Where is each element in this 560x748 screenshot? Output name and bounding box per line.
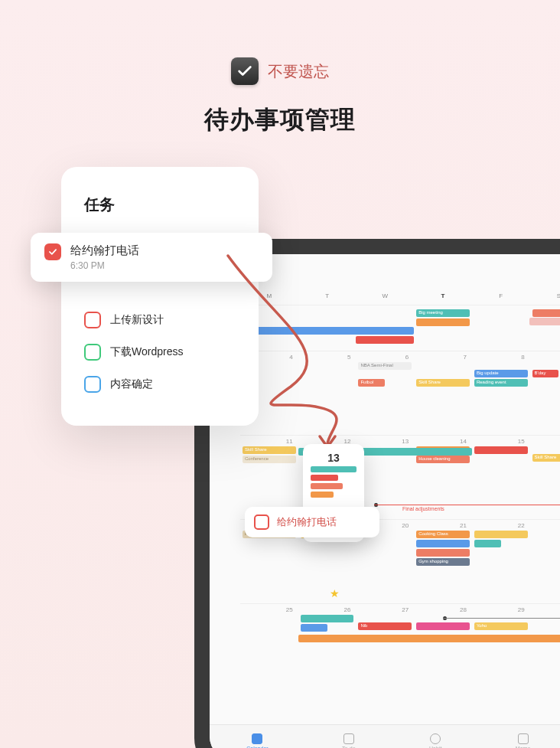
event-bar[interactable] xyxy=(474,446,528,454)
event-bar[interactable] xyxy=(301,615,354,622)
event-span[interactable] xyxy=(529,318,560,325)
todo-drop-bubble[interactable]: 给约翰打电话 xyxy=(245,507,379,537)
event-bar[interactable]: Skill Share xyxy=(243,446,296,454)
event-bar[interactable] xyxy=(532,309,560,317)
event-bar[interactable] xyxy=(474,540,501,547)
tab-habit[interactable]: Habit xyxy=(429,733,441,748)
event-bar[interactable]: Skill Share xyxy=(532,454,560,462)
star-icon: ★ xyxy=(330,587,340,599)
task-item[interactable]: 上传新设计 xyxy=(84,304,236,336)
page-title: 待办事项管理 xyxy=(0,103,560,137)
event-bar[interactable]: Nib xyxy=(358,622,412,630)
task-label: 给约翰打电话 xyxy=(70,243,259,258)
event-span[interactable] xyxy=(356,336,414,344)
event-bar[interactable]: Big meeting xyxy=(416,309,470,317)
event-bar[interactable] xyxy=(301,624,327,632)
event-bar[interactable] xyxy=(416,318,470,326)
event-span[interactable] xyxy=(240,327,414,335)
event-bar[interactable]: Yoho xyxy=(474,622,528,630)
checkbox-icon[interactable] xyxy=(84,344,101,361)
memo-icon xyxy=(518,733,529,744)
mini-event-bar xyxy=(311,466,357,472)
task-item[interactable]: 内容确定 xyxy=(84,368,236,400)
event-bar[interactable]: NBA Semi-Final xyxy=(358,362,412,370)
tab-todo[interactable]: To-do xyxy=(342,733,356,748)
todo-icon xyxy=(343,733,354,744)
header-subtitle: 不要遗忘 xyxy=(268,61,329,82)
tasks-section-title: 任务 xyxy=(61,194,259,227)
habit-icon xyxy=(430,733,441,744)
header: 不要遗忘 待办事项管理 xyxy=(0,0,560,137)
mini-event-bar xyxy=(311,492,334,498)
task-list: 上传新设计 下载Wordpress 内容确定 xyxy=(61,304,259,400)
mini-event-bar xyxy=(311,483,343,489)
event-bar[interactable]: Gym shopping xyxy=(416,558,470,566)
event-bar[interactable]: House cleaning xyxy=(416,456,470,463)
app-icon xyxy=(231,57,259,85)
event-bar[interactable]: Cooking Class xyxy=(416,531,470,538)
event-bar[interactable]: Futbol xyxy=(358,379,385,387)
task-label: 内容确定 xyxy=(110,377,153,391)
mini-event-bar xyxy=(311,475,338,481)
checkbox-checked-icon[interactable] xyxy=(44,243,61,260)
calendar-screen: M T W T F S S Big meeting xyxy=(210,254,560,748)
calendar-icon xyxy=(252,733,262,744)
event-bar[interactable]: Skill Share xyxy=(416,379,470,387)
event-bar[interactable] xyxy=(416,540,470,547)
day-card-date: 13 xyxy=(311,452,357,464)
checkbox-icon[interactable] xyxy=(84,376,101,393)
event-bar[interactable] xyxy=(416,622,470,630)
event-bar[interactable] xyxy=(416,549,470,557)
event-bar[interactable] xyxy=(474,531,528,538)
checkbox-icon[interactable] xyxy=(254,514,269,530)
task-highlighted[interactable]: 给约翰打电话 6:30 PM xyxy=(31,233,272,282)
task-label: 上传新设计 xyxy=(110,313,164,327)
task-time: 6:30 PM xyxy=(70,260,259,271)
tab-calendar[interactable]: Calendar xyxy=(246,733,268,748)
todo-bubble-label: 给约翰打电话 xyxy=(277,515,337,529)
event-bar[interactable]: Conference xyxy=(243,456,296,463)
annotation-text: Final adjustments xyxy=(402,506,444,511)
weekday-header: M T W T F S S xyxy=(240,292,560,299)
tasks-card: 任务 给约翰打电话 6:30 PM 上传新设计 下载Wordpress 内容确定 xyxy=(61,167,259,426)
task-label: 下载Wordpress xyxy=(110,345,183,359)
tab-memo[interactable]: Memo xyxy=(516,733,530,748)
task-item[interactable]: 下载Wordpress xyxy=(84,336,236,368)
checkbox-icon[interactable] xyxy=(84,312,101,328)
event-span[interactable] xyxy=(298,635,560,642)
event-bar[interactable]: Big update xyxy=(474,370,528,377)
tab-bar: Calendar To-do Habit Memo More xyxy=(210,724,560,748)
event-bar[interactable]: Reading event xyxy=(474,379,528,387)
event-bar[interactable]: B'day xyxy=(532,370,559,377)
